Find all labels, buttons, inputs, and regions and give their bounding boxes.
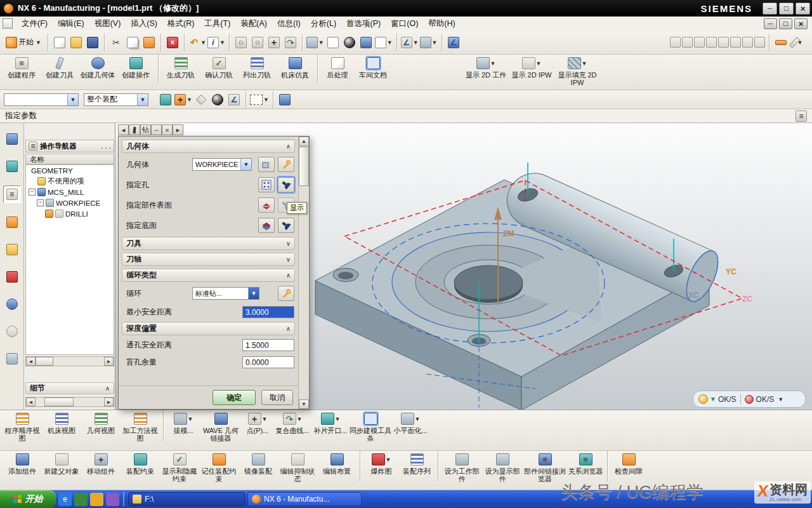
mdi-restore-button[interactable] xyxy=(779,18,792,29)
tool-axis-expand-icon[interactable]: ∨ xyxy=(286,256,291,263)
dialog-close-button[interactable]: × xyxy=(162,124,173,135)
geometry-view-button[interactable]: 几何视图 xyxy=(81,410,121,434)
verify-toolpath-button[interactable]: 确认刀轨 xyxy=(200,55,238,79)
save-button[interactable] xyxy=(85,34,100,51)
create-operation-button[interactable]: 创建操作 xyxy=(117,55,155,79)
measure-button[interactable] xyxy=(773,34,789,51)
background-button[interactable]: ▼ xyxy=(375,34,393,51)
snap-midpoint-icon[interactable] xyxy=(694,37,705,48)
snap-intersection-icon[interactable] xyxy=(718,37,729,48)
taskbar-window-explorer[interactable]: F:\ xyxy=(128,492,245,506)
make-displayed-part-button[interactable]: 设为显示部件 xyxy=(482,451,523,483)
postprocess-button[interactable]: 后处理 xyxy=(321,55,354,79)
pan-button[interactable] xyxy=(266,34,282,51)
history-tab[interactable] xyxy=(4,323,20,340)
shaded-display-button[interactable]: ▼ xyxy=(306,34,324,51)
datum-plane-button[interactable]: ▼ xyxy=(420,34,438,51)
assembly-sequence-button[interactable]: 装配序列 xyxy=(399,451,435,475)
dialog-next-button[interactable]: ► xyxy=(173,124,183,135)
menu-window[interactable]: 窗口(O) xyxy=(386,17,423,30)
tree-row-geometry[interactable]: GEOMETRY xyxy=(26,165,114,176)
assembly-constraints-button[interactable]: 装配约束 xyxy=(121,451,160,475)
solid-preview-button[interactable] xyxy=(277,91,292,108)
snap-point-dropdown[interactable]: ▼ xyxy=(174,91,192,108)
program-order-view-button[interactable]: 程序顺序视图 xyxy=(3,410,42,442)
geometry-section-header[interactable]: 几何体∧ xyxy=(122,140,295,153)
status-ball-icon[interactable] xyxy=(698,394,708,404)
edit-suppression-button[interactable]: 编辑抑制状态 xyxy=(278,451,317,483)
mirror-assembly-button[interactable]: 镜像装配 xyxy=(239,451,278,475)
snap-endpoint-icon[interactable] xyxy=(682,37,693,48)
geometry-collapse-icon[interactable]: ∧ xyxy=(286,143,291,150)
show-hide-constraints-button[interactable]: 显示和隐藏约束 xyxy=(160,451,199,483)
make-work-part-button[interactable]: 设为工作部件 xyxy=(442,451,482,483)
dialog-collapse-button[interactable]: ─ xyxy=(151,124,162,135)
cycle-combo[interactable]: 标准钻...▼ xyxy=(192,287,259,300)
check-clearances-button[interactable]: 检查间隙 xyxy=(611,451,646,475)
cycle-section-header[interactable]: 循环类型∧ xyxy=(122,269,295,282)
select-holes-button[interactable] xyxy=(258,177,275,192)
face-analysis-button[interactable] xyxy=(358,34,374,51)
quicklaunch-folder-icon[interactable] xyxy=(90,493,103,506)
start-menu-button[interactable]: 开始▼ xyxy=(3,34,44,51)
draft-button[interactable]: ▼拔模... xyxy=(167,410,200,434)
hd3d-tools-tab[interactable] xyxy=(4,269,20,285)
tree-row-unused[interactable]: 不使用的项 xyxy=(26,176,114,187)
menu-information[interactable]: 信息(I) xyxy=(272,17,306,30)
patch-opening-button[interactable]: ▼补片开口... xyxy=(311,410,350,434)
navigator-column-header[interactable]: 名称 xyxy=(25,154,114,164)
quicklaunch-desktop-icon[interactable] xyxy=(74,493,88,506)
interpart-link-browser-button[interactable]: 部件间链接浏览器 xyxy=(523,451,567,483)
copy-button[interactable] xyxy=(125,34,140,51)
geometry-combo[interactable]: WORKPIECE▼ xyxy=(192,158,252,171)
edit-arrangements-button[interactable]: 编辑布置 xyxy=(317,451,357,475)
mdi-minimize-button[interactable] xyxy=(764,18,777,29)
menu-insert[interactable]: 插入(S) xyxy=(126,17,162,30)
select-edge-button[interactable] xyxy=(226,91,242,108)
workpiece-expander[interactable]: − xyxy=(37,199,44,206)
select-body-button[interactable] xyxy=(210,91,225,108)
wireframe-display-button[interactable] xyxy=(325,34,341,51)
open-button[interactable] xyxy=(69,34,84,51)
display-holes-button[interactable] xyxy=(278,177,294,192)
navigator-hscrollbar[interactable]: ◄ ► xyxy=(25,356,114,366)
new-parent-button[interactable]: 新建父对象 xyxy=(42,451,81,475)
min-clearance-input[interactable]: 3.0000 xyxy=(242,306,294,318)
operation-navigator-tab[interactable] xyxy=(3,185,21,203)
add-component-button[interactable]: 添加组件 xyxy=(3,451,42,475)
menu-preferences[interactable]: 首选项(P) xyxy=(341,17,386,30)
wave-geometry-linker-button[interactable]: WAVE 几何链接器 xyxy=(200,410,242,442)
menu-help[interactable]: 帮助(H) xyxy=(423,17,460,30)
machine-simulation-button[interactable]: 机床仿真 xyxy=(276,55,314,79)
snap-link-button[interactable] xyxy=(158,91,173,108)
render-style-button[interactable] xyxy=(342,34,357,51)
create-program-button[interactable]: 创建程序 xyxy=(3,55,41,79)
snap-on-curve-icon[interactable] xyxy=(754,37,765,48)
assembly-navigator-tab[interactable] xyxy=(4,131,20,147)
generate-toolpath-button[interactable]: 生成刀轨 xyxy=(162,55,200,79)
cut-button[interactable] xyxy=(108,34,124,51)
tree-row-drilling[interactable]: DRILLI xyxy=(26,208,114,219)
navigator-header[interactable]: 操作导航器 . . . xyxy=(25,140,114,152)
info-button[interactable]: ▼ xyxy=(207,34,225,51)
snap-quadrant-icon[interactable] xyxy=(730,37,741,48)
status-ball2-icon[interactable] xyxy=(745,395,754,404)
new-geometry-button[interactable] xyxy=(258,157,275,172)
menu-format[interactable]: 格式(R) xyxy=(162,17,199,30)
show-filled-2d-ipw-button[interactable]: ▼显示填充 2D IPW xyxy=(554,55,600,86)
palettes-tab[interactable] xyxy=(4,351,20,367)
undo-button[interactable]: ▼ xyxy=(188,34,206,51)
selection-filter-combo[interactable]: ▼ xyxy=(4,93,79,106)
display-bottom-button[interactable] xyxy=(278,218,294,233)
close-button[interactable] xyxy=(796,3,810,15)
details-section-header[interactable]: 细节∧ xyxy=(25,382,114,394)
create-tool-button[interactable]: 创建刀具 xyxy=(41,55,79,79)
select-bottom-button[interactable] xyxy=(258,218,275,233)
orient-csys-button[interactable]: ▼ xyxy=(401,34,419,51)
mdi-close-button[interactable] xyxy=(794,18,808,29)
facet-body-button[interactable]: ▼小平面化... xyxy=(391,410,429,434)
selection-scope-combo[interactable]: 整个装配▼ xyxy=(84,93,148,106)
constraint-navigator-tab[interactable] xyxy=(4,158,20,175)
zoom-button[interactable] xyxy=(250,34,265,51)
start-button[interactable]: 开始 xyxy=(0,490,56,508)
